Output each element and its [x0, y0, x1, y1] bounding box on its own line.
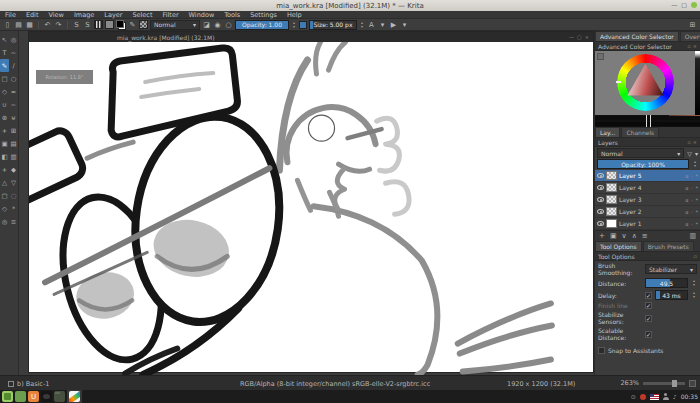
brush-smoothing-dropdown[interactable]: Stabilizer ▾ — [645, 264, 697, 274]
mirror-dropdown-icon[interactable]: ▾ — [378, 20, 387, 30]
eraser-mode-icon[interactable]: ◪ — [202, 20, 211, 30]
float-docker-icon[interactable]: ▫ — [687, 139, 690, 145]
tool-crop[interactable]: ▣ — [0, 137, 9, 150]
shade-selector-icon[interactable] — [597, 53, 604, 60]
stabilize-sensors-checkbox[interactable]: ✓ — [645, 315, 652, 322]
add-layer-button[interactable]: + — [599, 232, 605, 240]
tool-edit-shapes[interactable]: ◎ — [9, 33, 18, 46]
open-document-icon[interactable]: ▤ — [14, 20, 23, 30]
tool-ellipse-select[interactable]: ◌ — [9, 189, 18, 202]
subwindow-maximize-icon[interactable]: ▢ — [577, 34, 582, 40]
tab-overview[interactable]: Overview — [680, 31, 700, 41]
subwindow-titlebar[interactable]: mia_work.kra [Modified] (32.1M) — ▢ × — [29, 32, 593, 42]
menu-settings[interactable]: Settings — [245, 11, 282, 19]
menu-view[interactable]: View — [43, 11, 68, 19]
layer-row[interactable]: Layer 3 α◦* — [595, 194, 700, 206]
tool-pan[interactable]: ≡ — [9, 215, 18, 228]
snap-settings-icon[interactable]: ⊞ — [688, 20, 697, 30]
tool-move[interactable]: + — [0, 124, 9, 137]
visibility-eye-icon[interactable] — [597, 173, 604, 178]
user-account-icon[interactable] — [663, 393, 669, 400]
tab-channels[interactable]: Channels — [621, 127, 659, 137]
visibility-eye-icon[interactable] — [597, 185, 604, 190]
visibility-eye-icon[interactable] — [597, 209, 604, 214]
tab-tool-options[interactable]: Tool Options — [595, 241, 642, 251]
menu-filter[interactable]: Filter — [157, 11, 183, 19]
app-launcher-u-icon[interactable]: U — [28, 391, 39, 402]
gradient-chooser[interactable] — [94, 20, 103, 29]
delay-checkbox[interactable]: ✓ — [645, 292, 652, 299]
zoom-slider[interactable] — [643, 382, 685, 385]
foreground-background-colors[interactable] — [116, 20, 126, 30]
tool-polyline[interactable]: ≈ — [9, 85, 18, 98]
mirror-icon[interactable]: A — [367, 20, 376, 30]
float-docker-icon[interactable]: ▫ — [687, 43, 690, 49]
current-color-swatch[interactable] — [299, 21, 307, 29]
tool-pattern[interactable]: ▥ — [9, 150, 18, 163]
tray-record-icon[interactable] — [640, 394, 646, 400]
duplicate-layer-button[interactable]: ▣ — [610, 232, 617, 240]
color-selector[interactable] — [595, 51, 700, 115]
menu-edit[interactable]: Edit — [21, 11, 44, 19]
start-menu-icon[interactable] — [2, 391, 13, 402]
undo-icon[interactable]: ↶ — [43, 20, 52, 30]
tool-calligraphy[interactable]: ~ — [9, 46, 18, 59]
value-strip[interactable] — [695, 51, 700, 115]
canvas[interactable]: Rotation: 11.8° — [29, 42, 593, 372]
tool-zoom[interactable]: ◎ — [0, 215, 9, 228]
tab-advanced-color-selector[interactable]: Advanced Color Selector — [595, 31, 679, 41]
tool-rectangle[interactable]: □ — [0, 72, 9, 85]
layer-blend-mode-dropdown[interactable]: Normal ▾ — [597, 148, 684, 158]
float-docker-icon[interactable]: ▫ — [694, 253, 697, 259]
tool-text[interactable]: T — [0, 46, 9, 59]
layer-row[interactable]: Layer 5 α◦* — [595, 170, 700, 182]
tool-contiguous-select[interactable]: * — [9, 202, 18, 215]
gradient-tool-icon[interactable]: S — [72, 20, 81, 30]
brush-preset-chooser[interactable] — [139, 20, 148, 29]
tool-polygon[interactable]: ◇ — [0, 85, 9, 98]
tool-transform[interactable]: ⊞ — [9, 124, 18, 137]
layer-row[interactable]: Layer 2 α◦* — [595, 206, 700, 218]
zoom-fit-button[interactable] — [689, 380, 696, 387]
brush-editor-icon[interactable]: ✎ — [128, 20, 137, 30]
wraparound-dropdown-icon[interactable]: ▾ — [400, 20, 409, 30]
menu-window[interactable]: Window — [184, 11, 220, 19]
layer-row[interactable]: Layer 1 α◦* — [595, 218, 700, 230]
tool-multibrush[interactable]: ⊎ — [9, 111, 18, 124]
tool-assistants[interactable]: ◆ — [9, 163, 18, 176]
menu-image[interactable]: Image — [69, 11, 99, 19]
file-manager-icon[interactable] — [54, 391, 65, 402]
size-slider[interactable]: Size: 5.00 px — [309, 20, 357, 30]
new-document-icon[interactable]: ▯ — [3, 20, 12, 30]
reload-preset-icon[interactable]: ◉ — [213, 20, 222, 30]
krita-task-button[interactable] — [67, 390, 82, 403]
save-document-icon[interactable]: ▦ — [25, 20, 34, 30]
tool-bezier[interactable]: ∪ — [0, 98, 9, 111]
layer-opacity-spinner[interactable]: ▴▾ — [692, 160, 698, 168]
blend-mode-dropdown[interactable]: Normal ▾ — [150, 20, 200, 30]
tool-color-sampler[interactable]: + — [0, 163, 9, 176]
tool-dynamic-brush[interactable]: ⊛ — [0, 111, 9, 124]
visibility-eye-icon[interactable] — [597, 221, 604, 226]
color-history-strips[interactable] — [595, 115, 700, 127]
delay-slider[interactable]: 43 ms — [655, 290, 688, 300]
colorspace-label[interactable]: RGB/Alpha (8-bit integer/channel) sRGB-e… — [240, 380, 430, 388]
subwindow-minimize-icon[interactable]: — — [569, 34, 574, 40]
distance-spinner[interactable]: ▴▾ — [691, 279, 697, 287]
tool-line[interactable]: ∕ — [9, 59, 18, 72]
move-layer-down-button[interactable]: ∨ — [622, 232, 627, 240]
keyboard-layout-flag-icon[interactable] — [650, 394, 659, 400]
tool-fill[interactable]: ◧ — [0, 150, 9, 163]
layer-properties-button[interactable]: ≡ — [642, 232, 648, 240]
close-button[interactable] — [691, 2, 697, 8]
tool-reference[interactable]: ▽ — [9, 176, 18, 189]
tool-select-shapes[interactable]: ↖ — [0, 33, 9, 46]
delete-layer-button[interactable]: ▥ — [689, 232, 696, 240]
move-layer-up-button[interactable]: ∧ — [632, 232, 637, 240]
app-launcher-green-icon[interactable] — [15, 391, 26, 402]
menu-tools[interactable]: Tools — [219, 11, 245, 19]
scalable-distance-checkbox[interactable]: ✓ — [645, 331, 652, 338]
clock[interactable]: 00:35 — [681, 393, 698, 400]
snap-to-assistants-checkbox[interactable] — [598, 347, 605, 354]
menu-help[interactable]: Help — [282, 11, 307, 19]
